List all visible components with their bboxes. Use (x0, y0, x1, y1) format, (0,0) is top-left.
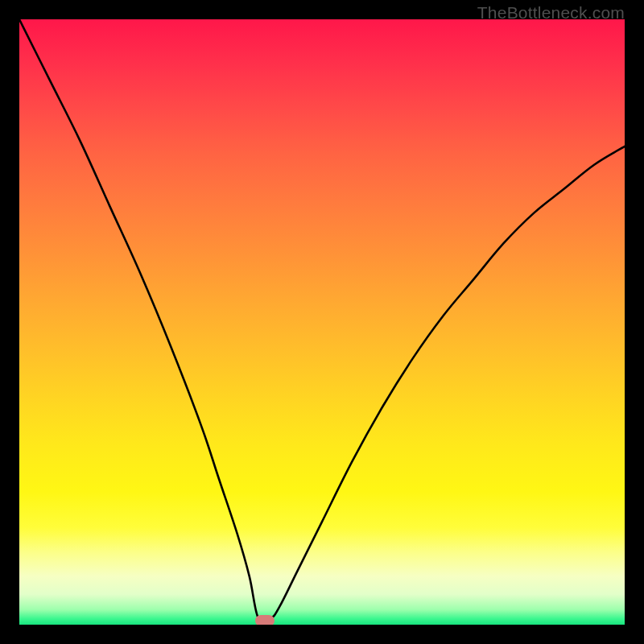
curve-path (19, 19, 625, 622)
watermark-text: TheBottleneck.com (477, 3, 625, 23)
plot-area (19, 19, 625, 625)
bottleneck-curve (19, 19, 625, 625)
chart-frame: TheBottleneck.com (0, 0, 644, 644)
optimal-marker (255, 615, 275, 625)
